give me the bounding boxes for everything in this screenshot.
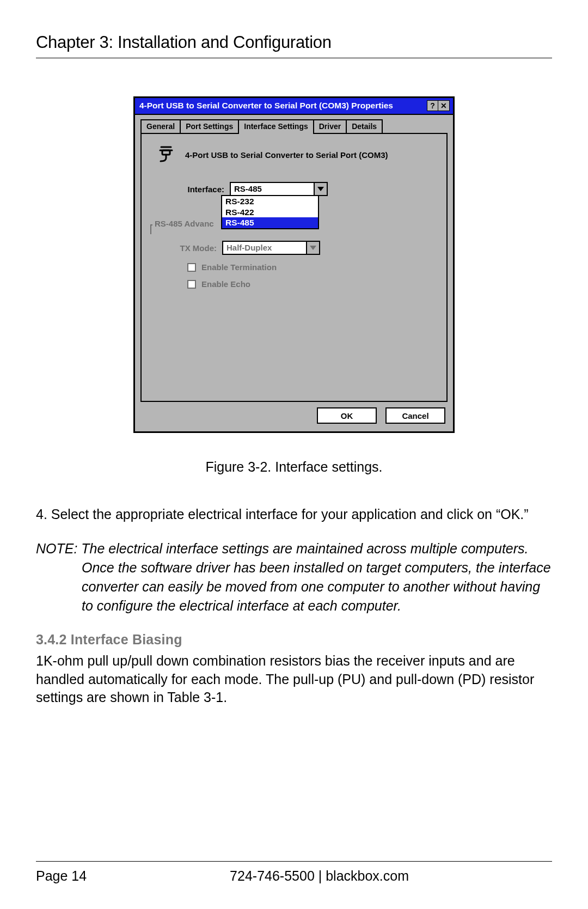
tab-driver[interactable]: Driver	[313, 119, 347, 133]
rs485-advanced-group: RS-485 Advanc TX Mode: Half-Duplex Enabl…	[150, 224, 438, 297]
interface-combo[interactable]: RS-485	[230, 182, 328, 196]
footer-site: blackbox.com	[326, 868, 409, 883]
footer-contact: 724-746-5500 | blackbox.com	[87, 868, 552, 884]
figure-caption: Figure 3-2. Interface settings.	[36, 459, 552, 475]
page-number: Page 14	[36, 868, 87, 884]
note-body-rest: Once the software driver has been instal…	[36, 558, 552, 615]
biasing-paragraph: 1K-ohm pull up/pull down combination res…	[36, 652, 552, 707]
txmode-combo-value: Half-Duplex	[223, 242, 306, 254]
window-title: 4-Port USB to Serial Converter to Serial…	[139, 101, 393, 111]
question-icon: ?	[430, 101, 435, 110]
tab-port-settings[interactable]: Port Settings	[180, 119, 239, 133]
note-text: NOTE: The electrical interface settings …	[36, 539, 552, 615]
txmode-label: TX Mode:	[157, 243, 222, 253]
serial-port-icon	[156, 144, 177, 166]
footer-rule	[36, 861, 552, 862]
interface-dropdown[interactable]: RS-232 RS-422 RS-485	[221, 195, 319, 229]
option-rs232[interactable]: RS-232	[222, 196, 318, 207]
note-lead: NOTE:	[36, 541, 81, 556]
rs485-advanced-legend: RS-485 Advanc	[152, 219, 216, 228]
interface-combo-value: RS-485	[231, 183, 314, 195]
tab-interface-settings[interactable]: Interface Settings	[238, 119, 314, 134]
enable-echo-checkbox[interactable]	[187, 280, 196, 289]
close-button[interactable]: ✕	[438, 100, 450, 111]
option-rs485[interactable]: RS-485	[222, 217, 318, 228]
tab-general[interactable]: General	[140, 119, 181, 133]
help-button[interactable]: ?	[427, 100, 439, 111]
tab-panel: 4-Port USB to Serial Converter to Serial…	[140, 133, 448, 402]
interface-label: Interface:	[164, 185, 230, 194]
titlebar: 4-Port USB to Serial Converter to Serial…	[135, 98, 453, 115]
tab-strip: General Port Settings Interface Settings…	[135, 115, 453, 133]
note-body-first: The electrical interface settings are ma…	[81, 541, 528, 556]
option-rs422[interactable]: RS-422	[222, 207, 318, 218]
device-header-text: 4-Port USB to Serial Converter to Serial…	[185, 150, 388, 160]
cancel-button[interactable]: Cancel	[385, 407, 445, 424]
footer-phone: 724-746-5500	[230, 868, 315, 883]
chevron-down-icon[interactable]	[306, 242, 319, 254]
page-footer: Page 14 724-746-5500 | blackbox.com	[0, 857, 588, 884]
enable-termination-checkbox[interactable]	[187, 263, 196, 272]
chapter-title: Chapter 3: Installation and Configuratio…	[36, 33, 552, 52]
footer-sep: |	[315, 868, 326, 883]
tab-details[interactable]: Details	[346, 119, 383, 133]
step-4-text: 4. Select the appropriate electrical int…	[36, 505, 552, 524]
chevron-down-icon[interactable]	[314, 183, 327, 195]
close-icon: ✕	[440, 101, 447, 110]
properties-dialog: 4-Port USB to Serial Converter to Serial…	[133, 96, 455, 433]
enable-termination-label: Enable Termination	[201, 263, 277, 272]
header-rule	[36, 58, 552, 58]
ok-button[interactable]: OK	[317, 407, 377, 424]
enable-echo-label: Enable Echo	[201, 279, 250, 289]
txmode-combo[interactable]: Half-Duplex	[222, 241, 320, 255]
section-heading: 3.4.2 Interface Biasing	[36, 632, 552, 648]
